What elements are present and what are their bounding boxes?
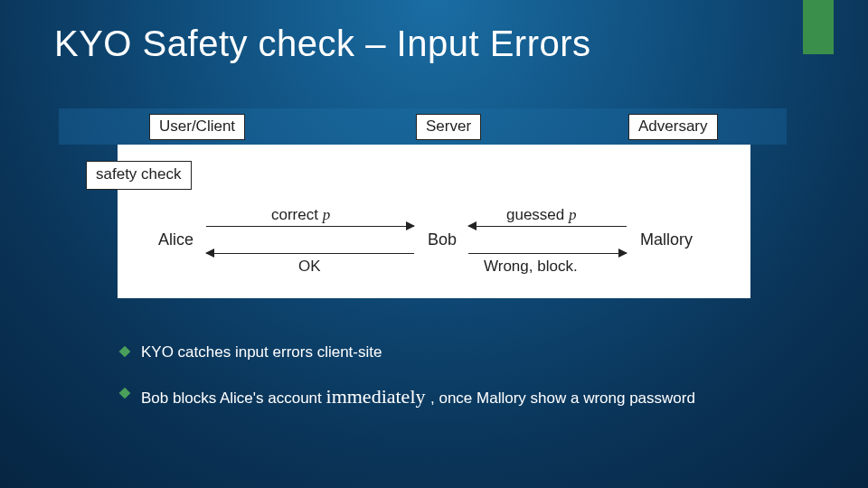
- title-kyo: KYO: [54, 23, 132, 63]
- safety-check-box: safety check: [86, 161, 192, 190]
- protocol-diagram: User/Client Server Adversary safety chec…: [118, 108, 750, 298]
- label-ok: OK: [298, 258, 321, 276]
- bullet-1: KYO catches input errors client-site: [119, 342, 796, 363]
- slide-title: KYO Safety check – Input Errors: [54, 23, 591, 64]
- label-guessed-text: guessed: [506, 206, 569, 223]
- bullet-2-post: , once Mallory show a wrong password: [430, 389, 695, 407]
- label-correct-var: p: [323, 206, 331, 223]
- role-server-box: Server: [416, 114, 481, 140]
- title-rest: Safety check – Input Errors: [132, 23, 591, 63]
- arrow-bob-to-mallory: [468, 253, 627, 254]
- role-user-box: User/Client: [149, 114, 245, 140]
- actor-mallory: Mallory: [640, 230, 693, 249]
- label-guessed-var: p: [569, 206, 577, 223]
- arrow-bob-to-alice: [206, 253, 414, 254]
- bullet-2-emph: immediately: [326, 385, 430, 408]
- bullet-1-text: KYO catches input errors client-site: [141, 343, 382, 361]
- label-correct-p: correct p: [271, 206, 330, 224]
- actor-bob: Bob: [428, 230, 457, 249]
- bullet-2: Bob blocks Alice's account immediately ,…: [119, 383, 796, 411]
- role-adversary-box: Adversary: [628, 114, 718, 140]
- actor-alice: Alice: [158, 230, 193, 249]
- label-guessed-p: guessed p: [506, 206, 577, 224]
- slide: KYO Safety check – Input Errors User/Cli…: [0, 0, 868, 488]
- arrow-mallory-to-bob: [468, 226, 627, 227]
- arrow-alice-to-bob: [206, 226, 414, 227]
- bullet-2-pre: Bob blocks Alice's account: [141, 389, 326, 407]
- label-wrong-block: Wrong, block.: [484, 258, 578, 276]
- accent-bar: [803, 0, 834, 54]
- label-correct-text: correct: [271, 206, 323, 223]
- bullet-list: KYO catches input errors client-site Bob…: [119, 342, 796, 431]
